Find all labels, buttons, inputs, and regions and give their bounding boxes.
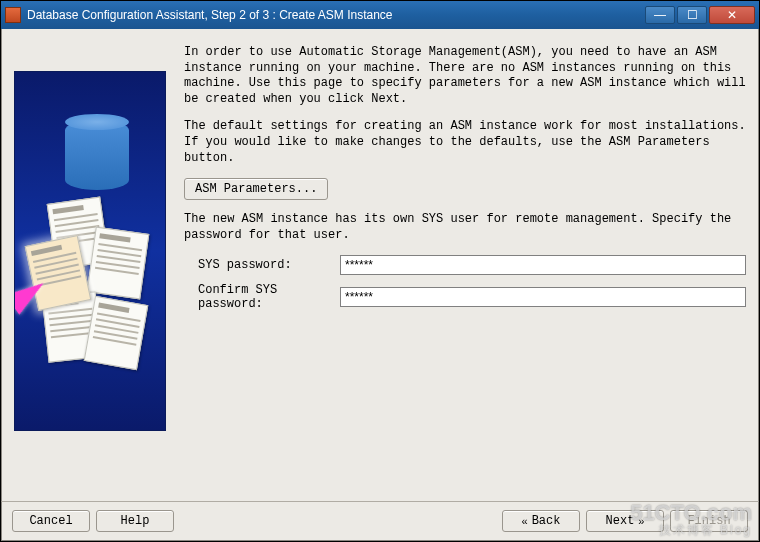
close-icon: ✕ bbox=[727, 8, 737, 22]
document-icon bbox=[84, 296, 149, 370]
finish-button: Finish bbox=[670, 510, 748, 532]
new-instance-text: The new ASM instance has its own SYS use… bbox=[184, 212, 746, 243]
confirm-sys-password-label: Confirm SYS password: bbox=[184, 283, 340, 311]
cancel-button[interactable]: Cancel bbox=[12, 510, 90, 532]
defaults-text: The default settings for creating an ASM… bbox=[184, 119, 746, 166]
wizard-button-bar: Cancel Help « Back Next » Finish bbox=[1, 501, 759, 541]
help-button[interactable]: Help bbox=[96, 510, 174, 532]
next-arrow-icon: » bbox=[638, 515, 644, 527]
asm-parameters-button[interactable]: ASM Parameters... bbox=[184, 178, 328, 200]
sys-password-label: SYS password: bbox=[184, 258, 340, 272]
back-button[interactable]: « Back bbox=[502, 510, 580, 532]
document-icon bbox=[87, 227, 150, 300]
minimize-button[interactable]: — bbox=[645, 6, 675, 24]
sys-password-input[interactable] bbox=[340, 255, 746, 275]
next-button-label: Next bbox=[606, 514, 635, 528]
confirm-sys-password-input[interactable] bbox=[340, 287, 746, 307]
back-button-label: Back bbox=[532, 514, 561, 528]
back-arrow-icon: « bbox=[522, 515, 528, 527]
maximize-button[interactable]: ☐ bbox=[677, 6, 707, 24]
wizard-side-graphic bbox=[14, 71, 166, 431]
window-title: Database Configuration Assistant, Step 2… bbox=[27, 8, 645, 22]
close-button[interactable]: ✕ bbox=[709, 6, 755, 24]
maximize-icon: ☐ bbox=[687, 8, 698, 22]
database-cylinder-icon bbox=[65, 120, 129, 190]
intro-text: In order to use Automatic Storage Manage… bbox=[184, 45, 746, 107]
minimize-icon: — bbox=[654, 8, 666, 22]
next-button[interactable]: Next » bbox=[586, 510, 664, 532]
app-icon bbox=[5, 7, 21, 23]
titlebar: Database Configuration Assistant, Step 2… bbox=[1, 1, 759, 29]
